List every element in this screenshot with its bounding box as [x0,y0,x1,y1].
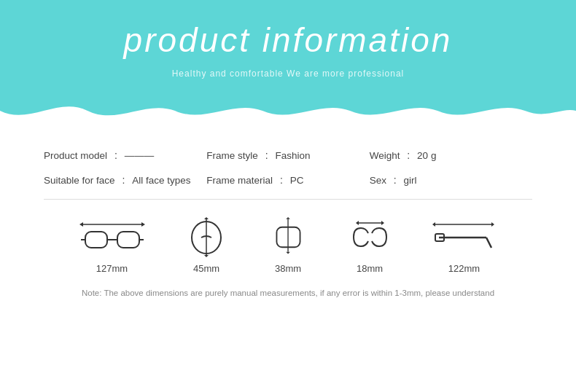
dim-label-45: 45mm [193,263,219,274]
spec-label-frame-style: Frame style [206,150,258,161]
spec-face-type: Suitable for face : All face types [44,174,206,186]
svg-rect-3 [85,232,107,248]
spec-frame-material: Frame material : PC [206,174,369,186]
bridge-icon [350,217,390,257]
dim-label-127: 127mm [96,263,128,274]
svg-rect-4 [117,232,139,248]
lens-width-icon [268,217,308,257]
svg-marker-13 [286,217,290,219]
svg-marker-17 [356,221,359,225]
dim-label-122: 122mm [448,263,480,274]
temple-icon [432,217,497,257]
dimension-full-width: 127mm [79,217,145,274]
full-width-icon [79,217,145,257]
spec-label-weight: Weight [370,150,400,161]
svg-marker-10 [204,255,209,257]
spec-value-weight: 20 g [417,150,436,161]
svg-marker-14 [286,252,290,254]
spec-value-model: ——— [125,150,155,161]
page-title: product information [0,0,576,60]
spec-value-material: PC [290,175,304,186]
lens-height-icon [187,217,227,257]
spec-value-face: All face types [132,175,190,186]
dim-label-18: 18mm [357,263,383,274]
spec-label-material: Frame material [206,175,273,186]
wave-decoration [0,96,576,128]
spec-label-face: Suitable for face [44,175,115,186]
spec-frame-style: Frame style : Fashion [206,149,369,161]
content-section: Product model : ——— Frame style : Fashio… [0,128,576,312]
dimension-lens-width: 38mm [268,217,308,274]
spec-value-sex: girl [404,175,417,186]
svg-marker-2 [141,222,145,227]
note-text: Note: The above dimensions are purely ma… [44,289,532,297]
spec-weight: Weight : 20 g [370,149,532,161]
divider [44,199,532,200]
dimensions-row: 127mm 45mm [44,217,532,274]
specs-row-1: Product model : ——— Frame style : Fashio… [44,149,532,161]
specs-row-2: Suitable for face : All face types Frame… [44,174,532,186]
svg-marker-18 [381,221,384,225]
svg-marker-1 [79,222,83,227]
spec-label-sex: Sex [370,175,386,186]
header-subtitle: Healthy and comfortable We are more prof… [0,68,576,79]
dimension-bridge: 18mm [350,217,390,274]
header-section: product information Healthy and comforta… [0,0,576,128]
spec-value-frame-style: Fashion [276,150,311,161]
spec-label-model: Product model [44,150,107,161]
dimension-lens-height: 45mm [187,217,227,274]
svg-marker-20 [432,222,435,227]
dim-label-38: 38mm [275,263,301,274]
svg-line-23 [486,238,491,248]
spec-sex: Sex : girl [370,174,532,186]
svg-marker-9 [204,217,209,219]
dimension-temple: 122mm [432,217,497,274]
spec-product-model: Product model : ——— [44,149,206,161]
svg-marker-21 [491,222,494,227]
page-wrapper: product information Healthy and comforta… [0,0,576,392]
